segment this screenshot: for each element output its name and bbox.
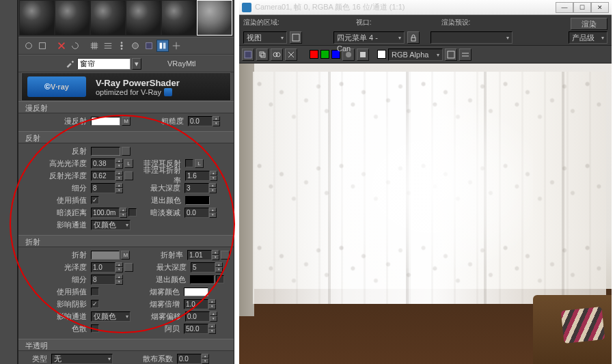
toggle-overlay-icon[interactable] [445,48,457,61]
refr-exit-checkbox[interactable] [216,275,224,283]
spinner-arrows-icon[interactable]: ▴▾ [115,158,123,169]
refract-color-swatch[interactable] [91,251,120,260]
spinner-arrows-icon[interactable]: ▴▾ [215,262,223,272]
spinner-arrows-icon[interactable]: ▴▾ [213,116,220,126]
reset-icon[interactable] [69,40,81,52]
dim-dist-input[interactable] [91,208,120,218]
section-header-refraction[interactable]: 折射 [18,235,234,247]
refr-gloss-input[interactable] [91,262,115,272]
fog-bias-input[interactable] [185,311,210,322]
lock-icon[interactable] [407,31,420,44]
material-name-input[interactable]: 窗帘 [77,58,131,70]
section-header-translucency[interactable]: 半透明 [18,339,234,351]
eyedropper-icon[interactable] [64,57,76,70]
material-slot[interactable] [161,0,197,36]
spinner-arrows-icon[interactable]: ▴▾ [115,183,123,193]
channel-select[interactable]: RGB Alpha [388,48,443,61]
material-slot-active[interactable] [197,0,232,36]
clone-image-icon[interactable] [271,48,283,61]
spinner-arrows-icon[interactable]: ▴▾ [115,171,123,181]
toggle-ui-icon[interactable] [459,48,472,61]
list-icon[interactable] [102,40,114,52]
spinner-arrows-icon[interactable]: ▴▾ [210,311,217,322]
material-type-label[interactable]: VRayMtl [167,59,196,68]
refl-gloss-map-button[interactable] [124,171,133,180]
ior-input[interactable] [187,250,212,260]
grid-icon[interactable] [88,40,100,52]
fresnel-lock-button[interactable]: L [195,159,204,168]
reflect-map-button[interactable] [122,147,131,156]
channel-green-swatch[interactable] [320,50,329,59]
spinner-arrows-icon[interactable]: ▴▾ [208,324,216,334]
hilight-gloss-input[interactable] [91,158,115,169]
area-region-icon[interactable] [290,31,302,44]
put-to-scene-icon[interactable] [36,40,49,52]
render-viewport[interactable] [239,64,612,364]
fresnel-ior-input[interactable] [185,171,210,181]
dim-dist-checkbox[interactable] [128,208,137,216]
spinner-arrows-icon[interactable]: ▴▾ [210,171,217,181]
refr-exit-color-swatch[interactable] [190,275,215,284]
material-slot[interactable] [90,0,126,36]
material-slot[interactable] [55,0,90,36]
reflect-color-swatch[interactable] [91,147,120,156]
delete-icon[interactable] [55,40,68,52]
affect-shadows-checkbox[interactable]: ✓ [91,300,99,308]
spinner-arrows-icon[interactable]: ▴▾ [120,208,127,218]
fog-mult-input[interactable] [184,299,208,309]
mono-channel-icon[interactable] [357,48,369,61]
spinner-arrows-icon[interactable]: ▴▾ [209,208,217,218]
spinner-arrows-icon[interactable]: ▴▾ [209,183,217,193]
refr-interp-checkbox[interactable] [91,288,99,296]
save-image-icon[interactable] [242,48,254,61]
refract-map-button[interactable]: M [121,251,130,260]
refr-subdiv-input[interactable] [91,275,115,285]
dispersion-checkbox[interactable] [91,324,99,333]
output-mode-select[interactable]: 产品级 [569,31,607,44]
get-material-icon[interactable] [23,40,35,52]
material-slot[interactable] [19,0,55,36]
copy-image-icon[interactable] [256,48,269,61]
section-header-diffuse[interactable]: 漫反射 [18,101,234,113]
maximize-button[interactable]: ☐ [573,2,591,13]
diffuse-color-swatch[interactable] [91,117,120,126]
show-end-result-icon[interactable] [156,40,169,52]
refl-gloss-input[interactable] [91,171,115,181]
spinner-arrows-icon[interactable]: ▴▾ [212,250,219,260]
options-icon[interactable] [115,40,128,52]
fog-color-swatch[interactable] [184,288,208,296]
refl-maxdepth-input[interactable] [184,183,209,193]
spinner-arrows-icon[interactable]: ▴▾ [115,275,123,285]
material-slot[interactable] [126,0,161,36]
preset-select[interactable] [430,31,512,44]
section-header-reflection[interactable]: 反射 [18,131,234,143]
dim-falloff-input[interactable] [184,208,209,218]
diffuse-map-button[interactable]: M [122,117,131,126]
refr-maxdepth-input[interactable] [191,262,215,272]
render-button[interactable]: 渲染 [571,18,607,30]
ior-map-button[interactable] [221,251,230,260]
close-button[interactable]: ✕ [591,2,609,13]
abbe-input[interactable] [184,324,208,334]
spinner-arrows-icon[interactable]: ▴▾ [202,354,209,364]
assign-icon[interactable] [129,40,141,52]
refr-channels-select[interactable]: 仅颜色 [91,311,131,322]
navigate-icon[interactable] [170,40,182,52]
refl-channels-select[interactable]: 仅颜色 [91,220,131,230]
material-name-dropdown-icon[interactable]: ▾ [132,58,141,70]
fresnel-checkbox[interactable] [185,159,193,167]
bg-color-swatch[interactable] [377,50,386,59]
hilight-lock-button[interactable]: L [124,159,133,168]
refr-gloss-map-button[interactable] [124,263,133,272]
minimize-button[interactable]: — [556,2,573,13]
show-map-icon[interactable] [143,40,155,52]
area-select[interactable]: 视图 [243,31,287,44]
refl-exit-color-swatch[interactable] [185,196,210,205]
spinner-arrows-icon[interactable]: ▴▾ [115,262,123,272]
roughness-input[interactable] [188,116,213,126]
scatter-input[interactable] [177,354,202,364]
refl-interp-checkbox[interactable]: ✓ [91,196,99,204]
trans-type-select[interactable]: 无 [51,354,113,364]
delete-image-icon[interactable] [285,48,297,61]
render-window-titlebar[interactable]: Camera01, 帧 0, RGBA 颜色 16 位/通道 (1:1) — ☐… [239,0,612,15]
